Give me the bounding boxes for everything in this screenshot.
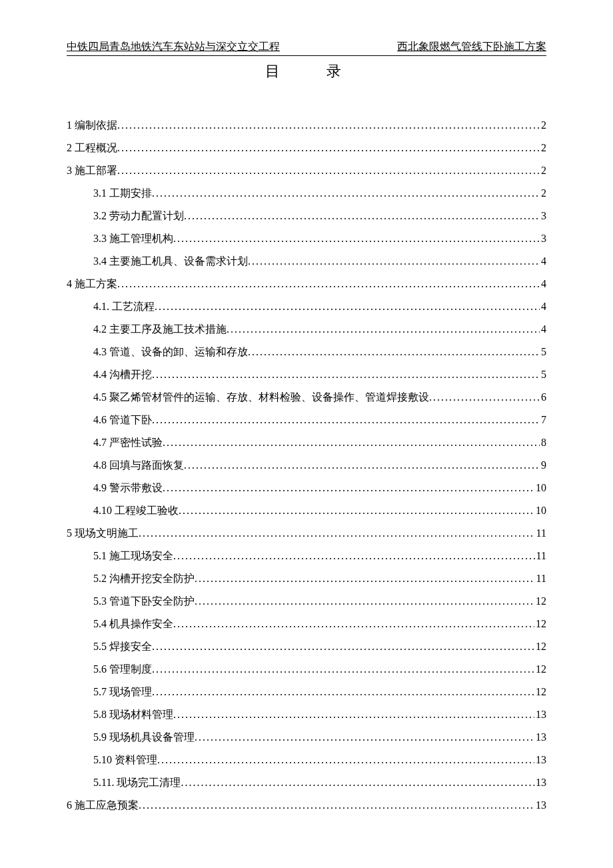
- toc-entry-page: 5: [540, 364, 546, 385]
- toc-entry-page: 12: [534, 591, 546, 612]
- toc-entry-text: 5.2 沟槽开挖安全防护: [93, 568, 195, 589]
- toc-entry-text: 5.6 管理制度: [93, 659, 152, 680]
- toc-leader-dots: [173, 228, 540, 249]
- toc-leader-dots: [152, 409, 540, 431]
- toc-entry-page: 13: [534, 749, 546, 771]
- toc-leader-dots: [152, 364, 540, 385]
- toc-leader-dots: [139, 523, 535, 544]
- toc-entry-text: 4.9 警示带敷设: [93, 477, 163, 499]
- toc-leader-dots: [173, 704, 534, 725]
- toc-leader-dots: [155, 296, 540, 317]
- toc-leader-dots: [152, 183, 540, 204]
- toc-leader-dots: [139, 795, 534, 816]
- toc-entry: 5.1 施工现场安全11: [67, 545, 546, 567]
- toc-entry: 3.3 施工管理机构3: [67, 228, 546, 249]
- toc-entry-page: 13: [534, 704, 546, 725]
- toc-leader-dots: [429, 387, 540, 408]
- toc-entry: 3 施工部署2: [67, 160, 546, 181]
- toc-leader-dots: [195, 727, 534, 748]
- toc-entry: 4.3 管道、设备的卸、运输和存放5: [67, 341, 546, 363]
- header-left: 中铁四局青岛地铁汽车东站站与深交立交工程: [67, 40, 280, 54]
- toc-entry: 4.9 警示带敷设10: [67, 477, 546, 499]
- toc-entry: 5.9 现场机具设备管理13: [67, 727, 546, 748]
- toc-entry: 5.10 资料管理13: [67, 749, 546, 771]
- toc-entry-text: 5.9 现场机具设备管理: [93, 727, 195, 748]
- toc-entry-text: 5.8 现场材料管理: [93, 704, 173, 725]
- toc-leader-dots: [248, 251, 540, 272]
- toc-entry: 2 工程概况2: [67, 137, 546, 159]
- toc-entry-page: 8: [540, 432, 546, 453]
- toc-entry-page: 4: [540, 296, 546, 317]
- toc-entry: 5.11. 现场完工清理13: [67, 772, 546, 793]
- toc-entry-text: 3 施工部署: [67, 160, 117, 181]
- toc-entry: 4.10 工程竣工验收10: [67, 500, 546, 521]
- toc-entry-page: 3: [540, 205, 546, 227]
- toc-entry: 5.8 现场材料管理13: [67, 704, 546, 725]
- toc-leader-dots: [184, 205, 540, 227]
- toc-entry-text: 4.7 严密性试验: [93, 432, 163, 453]
- toc-entry-page: 13: [534, 727, 546, 748]
- toc-entry: 5.5 焊接安全12: [67, 636, 546, 657]
- toc-entry-page: 4: [540, 251, 546, 272]
- toc-entry: 5.2 沟槽开挖安全防护11: [67, 568, 546, 589]
- toc-title: 目 录: [67, 61, 546, 81]
- toc-leader-dots: [248, 341, 540, 363]
- toc-entry-text: 5.11. 现场完工清理: [93, 772, 181, 793]
- toc-entry: 6 施工应急预案13: [67, 795, 546, 816]
- toc-leader-dots: [179, 500, 534, 521]
- toc-entry-page: 2: [540, 183, 546, 204]
- toc-entry: 3.4 主要施工机具、设备需求计划4: [67, 251, 546, 272]
- toc-entry-page: 12: [534, 613, 546, 635]
- toc-entry-text: 4.5 聚乙烯管材管件的运输、存放、材料检验、设备操作、管道焊接敷设: [93, 387, 429, 408]
- toc-entry-text: 3.4 主要施工机具、设备需求计划: [93, 251, 248, 272]
- toc-entry-text: 4.8 回填与路面恢复: [93, 455, 184, 476]
- toc-entry-text: 3.2 劳动力配置计划: [93, 205, 184, 227]
- toc-entry: 4.7 严密性试验8: [67, 432, 546, 453]
- toc-entry: 4.8 回填与路面恢复9: [67, 455, 546, 476]
- toc-entry-page: 10: [534, 477, 546, 499]
- toc-leader-dots: [173, 545, 535, 567]
- toc-leader-dots: [157, 749, 534, 771]
- toc-entry-text: 5.1 施工现场安全: [93, 545, 173, 567]
- toc-leader-dots: [117, 137, 540, 159]
- toc-entry-page: 10: [534, 500, 546, 521]
- toc-leader-dots: [152, 681, 534, 703]
- toc-leader-dots: [117, 115, 540, 136]
- toc-entry: 5 现场文明施工11: [67, 523, 546, 544]
- toc-entry-text: 5 现场文明施工: [67, 523, 139, 544]
- toc-entry: 4.5 聚乙烯管材管件的运输、存放、材料检验、设备操作、管道焊接敷设6: [67, 387, 546, 408]
- toc-entry-text: 4.6 管道下卧: [93, 409, 152, 431]
- toc-entry-text: 4.2 主要工序及施工技术措施: [93, 319, 227, 340]
- toc-leader-dots: [195, 568, 535, 589]
- toc-entry-page: 11: [535, 568, 546, 589]
- toc-entry-text: 4.1. 工艺流程: [93, 296, 155, 317]
- toc-leader-dots: [163, 432, 540, 453]
- toc-leader-dots: [181, 772, 534, 793]
- toc-entry-page: 13: [534, 795, 546, 816]
- toc-entry-text: 6 施工应急预案: [67, 795, 139, 816]
- toc-entry-page: 12: [534, 681, 546, 703]
- toc-entry: 5.4 机具操作安全12: [67, 613, 546, 635]
- toc-entry-page: 11: [535, 523, 546, 544]
- toc-leader-dots: [195, 591, 534, 612]
- toc-entry: 3.1 工期安排2: [67, 183, 546, 204]
- toc-entry-text: 5.10 资料管理: [93, 749, 157, 771]
- toc-leader-dots: [173, 613, 534, 635]
- toc-entry-page: 11: [535, 545, 546, 567]
- toc-entry: 4 施工方案4: [67, 273, 546, 295]
- page-header: 中铁四局青岛地铁汽车东站站与深交立交工程 西北象限燃气管线下卧施工方案: [67, 40, 546, 56]
- table-of-contents: 1 编制依据22 工程概况23 施工部署23.1 工期安排23.2 劳动力配置计…: [67, 115, 546, 816]
- toc-entry-page: 5: [540, 341, 546, 363]
- toc-entry-page: 2: [540, 160, 546, 181]
- toc-leader-dots: [152, 659, 534, 680]
- toc-entry-page: 2: [540, 137, 546, 159]
- toc-entry-text: 4 施工方案: [67, 273, 117, 295]
- toc-leader-dots: [117, 273, 540, 295]
- toc-entry-page: 13: [534, 772, 546, 793]
- toc-entry-text: 1 编制依据: [67, 115, 117, 136]
- toc-entry: 5.7 现场管理12: [67, 681, 546, 703]
- toc-entry: 3.2 劳动力配置计划3: [67, 205, 546, 227]
- toc-entry-text: 5.7 现场管理: [93, 681, 152, 703]
- toc-entry-text: 2 工程概况: [67, 137, 117, 159]
- toc-entry: 4.2 主要工序及施工技术措施4: [67, 319, 546, 340]
